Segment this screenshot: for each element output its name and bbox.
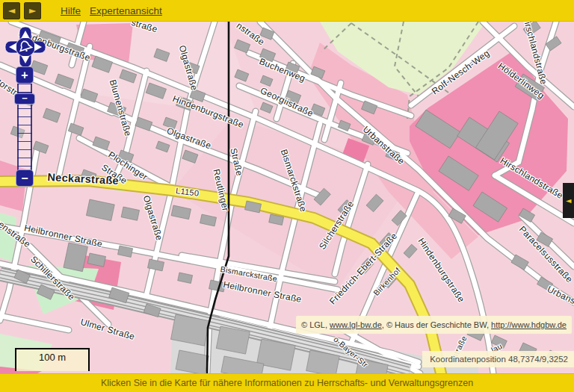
attribution-prefix: © LGL, [301, 320, 330, 329]
attribution: © LGL, www.lgl-bw.de, © Haus der Geschic… [296, 316, 572, 334]
history-back-button[interactable]: ◄ [3, 2, 20, 19]
pan-compass[interactable] [4, 26, 46, 68]
zoom-out-button[interactable]: − [16, 169, 34, 187]
hdgbw-link[interactable]: http://www.hdgbw.de [491, 320, 567, 329]
expert-view-link[interactable]: Expertenansicht [90, 5, 162, 16]
top-toolbar: ◄ ► Hilfe Expertenansicht [0, 0, 574, 22]
lgl-link[interactable]: www.lgl-bw.de [330, 320, 382, 329]
help-link[interactable]: Hilfe [61, 5, 81, 16]
zoom-slider-handle[interactable]: − [14, 93, 35, 105]
scale-bar: 100 m [15, 348, 90, 371]
coordinate-readout: Koordinatenposition 48,7374/9,3252 [422, 351, 574, 367]
status-hint-bar: Klicken Sie in die Karte für nähere Info… [0, 373, 574, 392]
history-forward-button[interactable]: ► [24, 2, 41, 19]
side-panel-toggle[interactable]: ◄ [563, 183, 574, 218]
attribution-middle: , © Haus der Geschichte BW, [382, 320, 491, 329]
map-canvas[interactable]: Hindenburgstraße straße Olgastraße Hinde… [0, 22, 574, 373]
zoom-in-button[interactable]: + [16, 66, 34, 84]
